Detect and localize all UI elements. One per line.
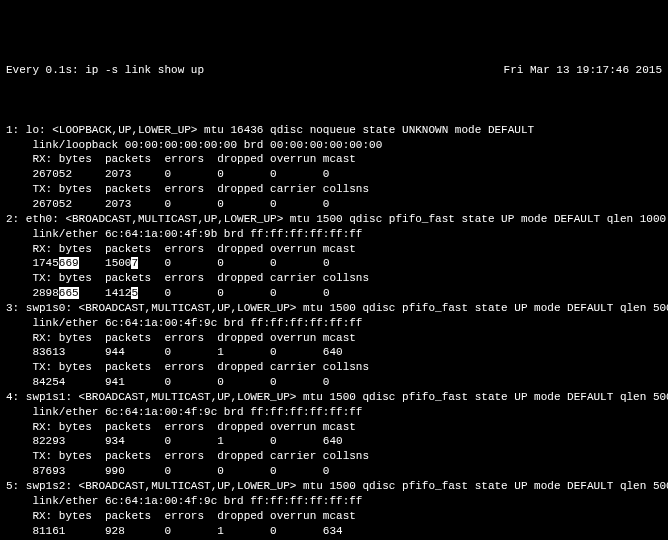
interface-block: 4: swp1s1: <BROADCAST,MULTICAST,UP,LOWER… <box>6 390 662 479</box>
interface-block: 2: eth0: <BROADCAST,MULTICAST,UP,LOWER_U… <box>6 212 662 301</box>
rx-header: RX: bytes packets errors dropped overrun… <box>6 242 662 257</box>
tx-header: TX: bytes packets errors dropped carrier… <box>6 360 662 375</box>
iface-link-line: link/loopback 00:00:00:00:00:00 brd 00:0… <box>6 138 662 153</box>
watch-command: Every 0.1s: ip -s link show up <box>6 63 204 78</box>
rx-header: RX: bytes packets errors dropped overrun… <box>6 331 662 346</box>
value-text: 0 0 0 0 <box>138 287 329 299</box>
rx-header: RX: bytes packets errors dropped overrun… <box>6 509 662 524</box>
rx-values: 83613 944 0 1 0 640 <box>6 345 662 360</box>
value-text: 2898 <box>6 287 59 299</box>
value-text: 1500 <box>79 257 132 269</box>
tx-values: 87693 990 0 0 0 0 <box>6 464 662 479</box>
changed-digits: 665 <box>59 287 79 299</box>
iface-link-line: link/ether 6c:64:1a:00:4f:9b brd ff:ff:f… <box>6 227 662 242</box>
iface-header-line: 4: swp1s1: <BROADCAST,MULTICAST,UP,LOWER… <box>6 390 662 405</box>
blank-line <box>6 93 662 108</box>
rx-values: 1745669 15007 0 0 0 0 <box>6 256 662 271</box>
rx-values: 81161 928 0 1 0 634 <box>6 524 662 539</box>
interface-block: 5: swp1s2: <BROADCAST,MULTICAST,UP,LOWER… <box>6 479 662 540</box>
tx-header: TX: bytes packets errors dropped carrier… <box>6 182 662 197</box>
rx-header: RX: bytes packets errors dropped overrun… <box>6 420 662 435</box>
rx-values: 267052 2073 0 0 0 0 <box>6 167 662 182</box>
interface-block: 1: lo: <LOOPBACK,UP,LOWER_UP> mtu 16436 … <box>6 123 662 212</box>
interface-block: 3: swp1s0: <BROADCAST,MULTICAST,UP,LOWER… <box>6 301 662 390</box>
terminal-output: 1: lo: <LOOPBACK,UP,LOWER_UP> mtu 16436 … <box>6 123 662 540</box>
value-text: 1412 <box>79 287 132 299</box>
rx-values: 82293 934 0 1 0 640 <box>6 434 662 449</box>
iface-link-line: link/ether 6c:64:1a:00:4f:9c brd ff:ff:f… <box>6 405 662 420</box>
changed-digits: 669 <box>59 257 79 269</box>
iface-header-line: 3: swp1s0: <BROADCAST,MULTICAST,UP,LOWER… <box>6 301 662 316</box>
iface-header-line: 1: lo: <LOOPBACK,UP,LOWER_UP> mtu 16436 … <box>6 123 662 138</box>
tx-values: 267052 2073 0 0 0 0 <box>6 197 662 212</box>
rx-header: RX: bytes packets errors dropped overrun… <box>6 152 662 167</box>
watch-header: Every 0.1s: ip -s link show up Fri Mar 1… <box>6 63 662 78</box>
tx-values: 2898665 14125 0 0 0 0 <box>6 286 662 301</box>
iface-link-line: link/ether 6c:64:1a:00:4f:9c brd ff:ff:f… <box>6 494 662 509</box>
tx-header: TX: bytes packets errors dropped carrier… <box>6 271 662 286</box>
tx-values: 84254 941 0 0 0 0 <box>6 375 662 390</box>
value-text: 0 0 0 0 <box>138 257 329 269</box>
iface-link-line: link/ether 6c:64:1a:00:4f:9c brd ff:ff:f… <box>6 316 662 331</box>
tx-header: TX: bytes packets errors dropped carrier… <box>6 449 662 464</box>
iface-header-line: 5: swp1s2: <BROADCAST,MULTICAST,UP,LOWER… <box>6 479 662 494</box>
value-text: 1745 <box>6 257 59 269</box>
watch-timestamp: Fri Mar 13 19:17:46 2015 <box>504 63 662 78</box>
iface-header-line: 2: eth0: <BROADCAST,MULTICAST,UP,LOWER_U… <box>6 212 662 227</box>
